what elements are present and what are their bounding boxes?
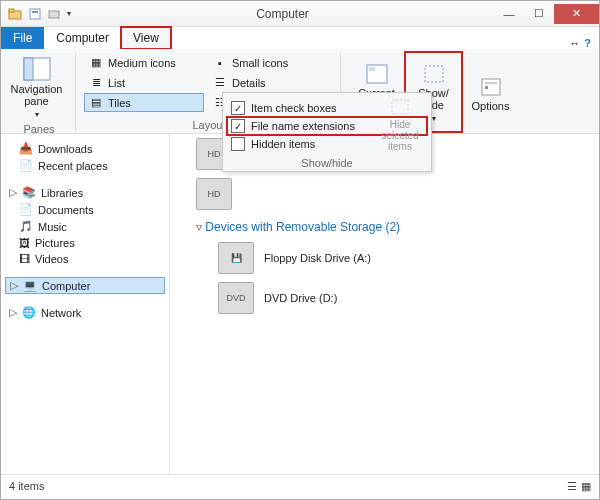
large-icons-view-icon[interactable]: ▦ (581, 480, 591, 493)
tree-pictures[interactable]: 🖼Pictures (5, 235, 165, 251)
tree-documents[interactable]: 📄Documents (5, 201, 165, 218)
close-button[interactable]: ✕ (554, 4, 599, 24)
svg-rect-9 (425, 66, 443, 82)
network-icon: 🌐 (22, 306, 36, 319)
properties-icon[interactable] (27, 6, 43, 22)
svg-rect-3 (32, 11, 38, 13)
layout-small-icons[interactable]: ▪Small icons (208, 53, 328, 72)
drive-dvd[interactable]: DVDDVD Drive (D:) (178, 278, 591, 318)
layout-list[interactable]: ≣List (84, 73, 204, 92)
section-removable[interactable]: ▿ Devices with Removable Storage (2) (178, 214, 591, 238)
videos-icon: 🎞 (19, 253, 30, 265)
floppy-icon: 💾 (218, 242, 254, 274)
details-view-icon[interactable]: ☰ (567, 480, 577, 493)
dvd-icon: DVD (218, 282, 254, 314)
minimize-button[interactable]: — (494, 4, 524, 24)
tree-recent-places[interactable]: 📄Recent places (5, 157, 165, 174)
hard-drive-icon: HD (196, 178, 232, 210)
tab-file[interactable]: File (1, 27, 44, 49)
folder-icon (7, 6, 23, 22)
hide-selected-items-button: Hide selected items (375, 97, 425, 152)
layout-tiles[interactable]: ▤Tiles (84, 93, 204, 112)
libraries-icon: 📚 (22, 186, 36, 199)
help-icon[interactable]: ? (584, 37, 591, 49)
documents-icon: 📄 (19, 203, 33, 216)
group-label-panes: Panes (9, 121, 69, 135)
svg-rect-1 (9, 9, 14, 12)
tree-videos[interactable]: 🎞Videos (5, 251, 165, 267)
window-title: Computer (71, 7, 494, 21)
svg-rect-12 (485, 86, 488, 89)
tree-downloads[interactable]: 📥Downloads (5, 140, 165, 157)
maximize-button[interactable]: ☐ (524, 4, 554, 24)
layout-medium-icons[interactable]: ▦Medium icons (84, 53, 204, 72)
file-view[interactable]: HD HD ▿ Devices with Removable Storage (… (170, 134, 599, 474)
tree-music[interactable]: 🎵Music (5, 218, 165, 235)
computer-icon: 💻 (23, 279, 37, 292)
pictures-icon: 🖼 (19, 237, 30, 249)
status-item-count: 4 items (9, 480, 44, 492)
svg-rect-8 (369, 67, 375, 71)
layout-details[interactable]: ☰Details (208, 73, 328, 92)
tab-view[interactable]: View (121, 27, 171, 49)
tab-computer[interactable]: Computer (44, 27, 121, 49)
tree-computer[interactable]: ▷💻Computer (5, 277, 165, 294)
svg-rect-4 (49, 11, 59, 18)
tree-libraries[interactable]: ▷📚Libraries (5, 184, 165, 201)
minimize-ribbon-icon[interactable]: ↔ (569, 37, 580, 49)
hide-selected-icon (389, 97, 411, 117)
navigation-tree[interactable]: 📥Downloads 📄Recent places ▷📚Libraries 📄D… (1, 134, 170, 474)
svg-rect-2 (30, 9, 40, 19)
options-button[interactable]: Options (463, 53, 518, 131)
current-view-icon (365, 63, 389, 85)
drive-floppy[interactable]: 💾Floppy Disk Drive (A:) (178, 238, 591, 278)
svg-rect-6 (24, 58, 33, 80)
svg-rect-13 (392, 100, 408, 114)
recent-icon: 📄 (19, 159, 33, 172)
downloads-icon: 📥 (19, 142, 33, 155)
tree-network[interactable]: ▷🌐Network (5, 304, 165, 321)
navigation-pane-button[interactable]: Navigation pane▾ (9, 53, 64, 121)
navigation-pane-icon (23, 57, 51, 81)
svg-rect-10 (482, 79, 500, 95)
new-folder-icon[interactable] (47, 6, 63, 22)
dropdown-group-label: Show/hide (227, 153, 427, 169)
show-hide-dropdown: ✓Item check boxes ✓File name extensions … (222, 92, 432, 172)
show-hide-icon (422, 63, 446, 85)
music-icon: 🎵 (19, 220, 33, 233)
options-icon (479, 76, 503, 98)
